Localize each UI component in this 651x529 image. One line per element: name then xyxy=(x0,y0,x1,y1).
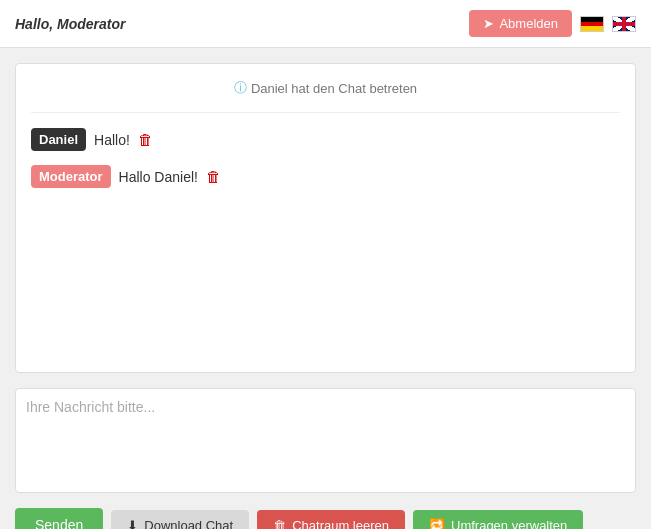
sender-badge-moderator: Moderator xyxy=(31,165,111,188)
message-input[interactable] xyxy=(26,399,625,479)
clear-chat-button[interactable]: 🗑 Chatraum leeren xyxy=(257,510,405,530)
chat-divider xyxy=(31,112,620,113)
message-input-area xyxy=(15,388,636,493)
message-text-1: Hallo! xyxy=(94,128,130,148)
abmelden-button[interactable]: ➤ Abmelden xyxy=(469,10,572,37)
clear-icon: 🗑 xyxy=(273,518,286,530)
greeting-name: Moderator xyxy=(57,16,125,32)
survey-icon: 🔁 xyxy=(429,518,445,530)
header: Hallo, Moderator ➤ Abmelden xyxy=(0,0,651,48)
download-label: Download Chat xyxy=(144,518,233,530)
bottom-buttons: Senden ⬇ Download Chat 🗑 Chatraum leeren… xyxy=(15,508,636,529)
header-right: ➤ Abmelden xyxy=(469,10,636,37)
main-content: ⓘ Daniel hat den Chat betreten Daniel Ha… xyxy=(0,48,651,529)
greeting-prefix: Hallo, xyxy=(15,16,57,32)
clear-label: Chatraum leeren xyxy=(292,518,389,530)
flag-gb-icon[interactable] xyxy=(612,16,636,32)
chat-message-daniel: Daniel Hallo! 🗑 xyxy=(31,128,620,151)
sender-badge-daniel: Daniel xyxy=(31,128,86,151)
senden-button[interactable]: Senden xyxy=(15,508,103,529)
system-message-text: Daniel hat den Chat betreten xyxy=(251,81,417,96)
abmelden-icon: ➤ xyxy=(483,16,494,31)
header-greeting: Hallo, Moderator xyxy=(15,16,125,32)
flag-de-icon[interactable] xyxy=(580,16,604,32)
survey-label: Umfragen verwalten xyxy=(451,518,567,530)
chat-box: ⓘ Daniel hat den Chat betreten Daniel Ha… xyxy=(15,63,636,373)
delete-message-1-button[interactable]: 🗑 xyxy=(138,128,153,148)
abmelden-label: Abmelden xyxy=(499,16,558,31)
senden-label: Senden xyxy=(35,517,83,529)
survey-button[interactable]: 🔁 Umfragen verwalten xyxy=(413,510,583,530)
message-text-2: Hallo Daniel! xyxy=(119,165,198,185)
info-icon: ⓘ xyxy=(234,79,247,97)
delete-message-2-button[interactable]: 🗑 xyxy=(206,165,221,185)
chat-message-moderator: Moderator Hallo Daniel! 🗑 xyxy=(31,165,620,188)
download-chat-button[interactable]: ⬇ Download Chat xyxy=(111,510,249,530)
system-message: ⓘ Daniel hat den Chat betreten xyxy=(31,79,620,97)
download-icon: ⬇ xyxy=(127,518,138,530)
